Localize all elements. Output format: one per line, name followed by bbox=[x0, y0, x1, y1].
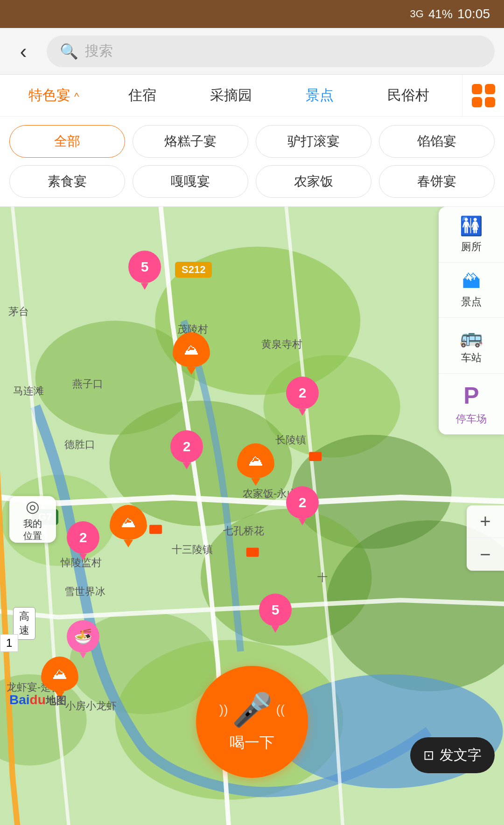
back-button[interactable]: ‹ bbox=[9, 37, 37, 65]
voice-waves: )) 🎤 (( bbox=[219, 691, 285, 729]
pills-row-1: 全部 烙糕子宴 驴打滚宴 馅馅宴 bbox=[9, 125, 495, 158]
map-area[interactable]: 茅台 马连滩 燕子口 茂陵村 黄泉寺村 德胜口 定陵 长陵镇 万娘坟 十三陵镇 … bbox=[0, 207, 504, 825]
pin-2-qikong[interactable]: 2 bbox=[286, 486, 319, 525]
send-icon: ⊡ bbox=[423, 748, 434, 763]
right-panel: 🚻 厕所 🏔 景点 🚌 车站 P 停车场 bbox=[439, 207, 504, 434]
tab-minsucun[interactable]: 民俗村 bbox=[364, 81, 453, 110]
pill-nengneng[interactable]: 嘎嘎宴 bbox=[133, 165, 248, 198]
panel-scenic[interactable]: 🏔 景点 bbox=[439, 263, 504, 318]
pills-row-2: 素食宴 嘎嘎宴 农家饭 春饼宴 bbox=[9, 165, 495, 198]
road-s212: S212 bbox=[175, 262, 212, 278]
parking-icon: P bbox=[463, 382, 479, 409]
pill-chunbing[interactable]: 春饼宴 bbox=[379, 165, 495, 198]
search-bar: ‹ 🔍 搜索 bbox=[0, 28, 504, 75]
grid-button[interactable] bbox=[462, 75, 504, 117]
parking-label: 停车场 bbox=[456, 412, 487, 426]
panel-parking[interactable]: P 停车场 bbox=[439, 374, 504, 434]
clock: 10:05 bbox=[457, 7, 490, 21]
panel-bus[interactable]: 🚌 车站 bbox=[439, 318, 504, 374]
zoom-controls: + − bbox=[467, 505, 504, 571]
filter-pills: 全部 烙糕子宴 驴打滚宴 馅馅宴 素食宴 嘎嘎宴 农家饭 春饼宴 bbox=[0, 117, 504, 207]
search-input-wrap[interactable]: 🔍 搜索 bbox=[47, 35, 495, 67]
toilet-label: 厕所 bbox=[461, 240, 482, 254]
pill-lvda[interactable]: 驴打滚宴 bbox=[256, 125, 371, 158]
pin-mountain-1[interactable]: ⛰ bbox=[173, 332, 210, 375]
bus-label: 车站 bbox=[461, 351, 482, 365]
pill-hegao[interactable]: 烙糕子宴 bbox=[133, 125, 248, 158]
send-text-button[interactable]: ⊡ 发文字 bbox=[410, 737, 495, 773]
zoom-out-button[interactable]: − bbox=[467, 538, 504, 571]
send-text-label: 发文字 bbox=[440, 746, 482, 765]
grid-icon bbox=[472, 84, 495, 107]
location-icon: ◎ bbox=[26, 497, 40, 516]
toilet-icon: 🚻 bbox=[460, 215, 483, 237]
search-icon: 🔍 bbox=[60, 42, 78, 60]
pin-5-bottom[interactable]: 5 bbox=[259, 594, 292, 633]
pill-nongjia[interactable]: 农家饭 bbox=[256, 165, 371, 198]
pin-mountain-3[interactable]: ⛰ bbox=[110, 505, 147, 547]
tab-jingdian[interactable]: 景点 bbox=[275, 81, 364, 110]
badge-1: 1 bbox=[0, 634, 18, 652]
bus-icon: 🚌 bbox=[460, 326, 483, 348]
pin-5-top[interactable]: 5 bbox=[128, 251, 161, 290]
pin-2-changling[interactable]: 2 bbox=[286, 377, 319, 416]
pill-xianxian[interactable]: 馅馅宴 bbox=[379, 125, 495, 158]
voice-button[interactable]: )) 🎤 (( 喝一下 bbox=[196, 666, 308, 778]
pin-food[interactable]: 🍜 bbox=[67, 620, 99, 658]
status-bar: 3G 41% 10:05 bbox=[0, 0, 504, 28]
category-tabs: 特色宴 ^ 住宿 采摘园 景点 民俗村 bbox=[0, 75, 504, 117]
svg-rect-15 bbox=[309, 452, 322, 461]
baidu-logo: Baidu地图 bbox=[9, 692, 66, 708]
battery-indicator: 41% bbox=[428, 7, 453, 21]
search-input[interactable]: 搜索 bbox=[85, 42, 113, 61]
tab-caizhai[interactable]: 采摘园 bbox=[187, 81, 275, 110]
scenic-label: 景点 bbox=[461, 295, 482, 309]
pin-mountain-2[interactable]: ⛰ bbox=[237, 443, 274, 486]
tabs-scroll: 特色宴 ^ 住宿 采摘园 景点 民俗村 bbox=[0, 81, 462, 110]
pill-all[interactable]: 全部 bbox=[9, 125, 125, 158]
my-location-label: 我的位置 bbox=[23, 517, 42, 542]
scenic-icon: 🏔 bbox=[462, 271, 481, 292]
wave-right: (( bbox=[276, 702, 285, 717]
signal-icon: 3G bbox=[410, 8, 424, 20]
panel-toilet[interactable]: 🚻 厕所 bbox=[439, 207, 504, 263]
pill-sushi[interactable]: 素食宴 bbox=[9, 165, 125, 198]
my-location-button[interactable]: ◎ 我的位置 bbox=[9, 496, 56, 543]
wave-left: )) bbox=[219, 702, 228, 717]
tab-tese[interactable]: 特色宴 ^ bbox=[9, 81, 98, 110]
zoom-in-button[interactable]: + bbox=[467, 505, 504, 538]
pin-2-dingling[interactable]: 2 bbox=[170, 430, 203, 469]
pin-2-daolingshen[interactable]: 2 bbox=[67, 521, 99, 560]
microphone-icon: 🎤 bbox=[232, 691, 273, 729]
voice-button-label: 喝一下 bbox=[230, 733, 274, 753]
tab-zhushu[interactable]: 住宿 bbox=[98, 81, 187, 110]
svg-rect-13 bbox=[149, 525, 162, 534]
svg-rect-14 bbox=[246, 548, 259, 557]
